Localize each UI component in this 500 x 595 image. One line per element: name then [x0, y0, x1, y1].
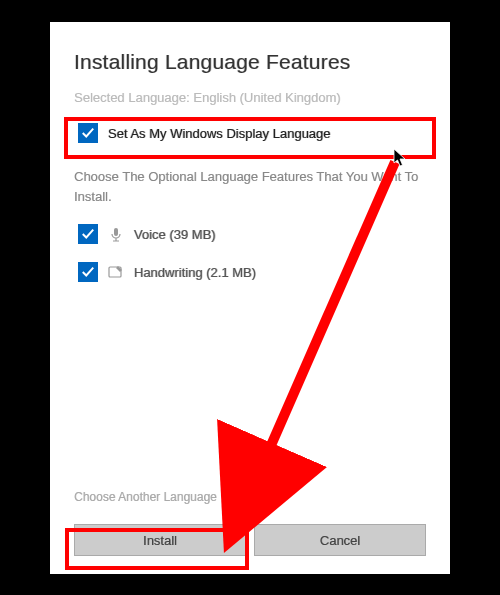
- optional-features-instruction: Choose The Optional Language Features Th…: [74, 167, 426, 206]
- install-button[interactable]: Install: [74, 524, 246, 556]
- handwriting-icon: [108, 264, 124, 280]
- handwriting-option[interactable]: Handwriting (2.1 MB): [74, 256, 426, 288]
- voice-option[interactable]: Voice (39 MB): [74, 218, 426, 250]
- check-icon: [81, 265, 95, 279]
- svg-rect-0: [114, 228, 118, 236]
- handwriting-label: Handwriting (2.1 MB): [134, 265, 256, 280]
- display-language-label: Set As My Windows Display Language: [108, 126, 331, 141]
- language-features-dialog: Installing Language Features Selected La…: [50, 22, 450, 574]
- cancel-button[interactable]: Cancel: [254, 524, 426, 556]
- check-icon: [81, 126, 95, 140]
- selected-language-label: Selected Language: English (United Kingd…: [74, 90, 426, 105]
- choose-another-language-link[interactable]: Choose Another Language: [74, 490, 217, 504]
- display-language-checkbox[interactable]: [78, 123, 98, 143]
- microphone-icon: [108, 226, 124, 242]
- dialog-button-row: Install Cancel: [74, 524, 426, 556]
- dialog-title: Installing Language Features: [74, 50, 426, 74]
- check-icon: [81, 227, 95, 241]
- handwriting-checkbox[interactable]: [78, 262, 98, 282]
- voice-checkbox[interactable]: [78, 224, 98, 244]
- display-language-option[interactable]: Set As My Windows Display Language: [74, 117, 426, 149]
- voice-label: Voice (39 MB): [134, 227, 216, 242]
